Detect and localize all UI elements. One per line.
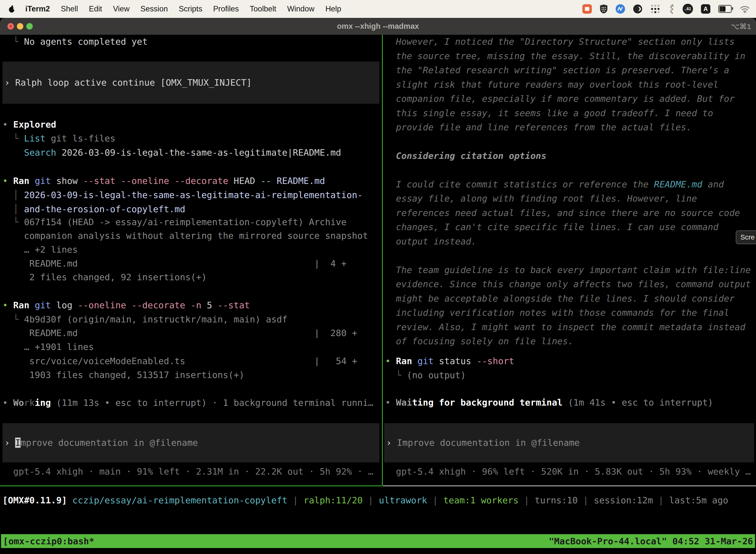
terminal-line: └ 4b9d30f (origin/main, instructkr/main,… <box>2 312 288 327</box>
terminal-line: • Waiting for background terminal (1m 41… <box>385 395 713 410</box>
terminal-line: essay file, along with finding root file… <box>385 191 697 206</box>
menu-session[interactable]: Session <box>140 4 168 13</box>
terminal-line: └ No agents completed yet <box>2 35 147 49</box>
terminal-line: › Ralph loop active continue [OMX_TMUX_I… <box>4 75 252 90</box>
tooltip-text: Scre <box>740 233 755 241</box>
terminal-line: review. Also, I might want to inspect th… <box>385 320 745 334</box>
apple-menu-icon[interactable] <box>8 5 15 13</box>
menu-iterm2[interactable]: iTerm2 <box>25 4 50 13</box>
keyboard-layout-icon[interactable]: A <box>701 4 710 14</box>
terminal-line: including verification notes with those … <box>385 306 729 320</box>
terminal-line: of focusing solely on file lines. <box>385 334 573 348</box>
menu-view[interactable]: View <box>113 4 130 13</box>
terminal-line: gpt-5.4 xhigh · main · 91% left · 2.31M … <box>2 464 374 479</box>
terminal-line: └ 067f154 (HEAD -> essay/ai-reimplementa… <box>2 215 346 229</box>
terminal-line: this single essay, it seems like a good … <box>385 106 713 120</box>
menu-status-icons: ..61 A <box>582 0 750 18</box>
wifi-icon[interactable] <box>740 5 750 13</box>
terminal-line: • Working (11m 13s • esc to interrupt) ·… <box>2 396 374 410</box>
terminal-line: I could cite commit statistics or refere… <box>385 177 724 191</box>
menu-profiles[interactable]: Profiles <box>213 4 239 13</box>
tmux-status-bar: [omx-cczip0:bash* "MacBook-Pro-44.local"… <box>1 534 755 548</box>
left-prompt-input[interactable]: › Improve documentation in @filename <box>2 423 379 462</box>
crescent-app-icon[interactable] <box>633 4 642 14</box>
terminal-line: … +2 lines <box>2 242 78 257</box>
terminal-line: README.md | 280 + <box>2 326 357 340</box>
terminal-line: │ and-the-erosion-of-copyleft.md <box>2 202 185 216</box>
terminal-line: might be acceptable alongside the file l… <box>385 291 735 306</box>
menu-shell[interactable]: Shell <box>61 4 78 13</box>
terminal-line: gpt-5.4 xhigh · 96% left · 520K in · 5.8… <box>385 464 751 479</box>
ticker-badge-icon[interactable]: ..61 <box>683 4 693 14</box>
keyboard-layout-letter: A <box>703 5 708 12</box>
menu-toolbelt[interactable]: Toolbelt <box>250 4 276 13</box>
shield-icon[interactable] <box>600 4 608 14</box>
tmux-host-time: "MacBook-Pro-44.local" 04:52 31-Mar-26 <box>549 536 753 546</box>
right-prompt-input[interactable]: › Improve documentation in @filename <box>384 423 754 462</box>
terminal-line: slight risk that future readers may over… <box>385 77 718 92</box>
ralph-loop-banner: › Ralph loop active continue [OMX_TMUX_I… <box>2 62 379 104</box>
terminal-line: companion analysis without altering the … <box>2 229 368 243</box>
menu-edit[interactable]: Edit <box>89 4 102 13</box>
battery-icon[interactable] <box>718 5 732 13</box>
terminal-line: Search 2026-03-09-is-legal-the-same-as-l… <box>2 146 341 160</box>
tmux-session-label: [omx-cczip0:bash* <box>3 536 94 546</box>
terminal-line: [OMX#0.11.9] cczip/essay/ai-reimplementa… <box>2 493 728 508</box>
terminal-line: The team guideline is to back every impo… <box>385 263 751 277</box>
terminal-line: 2 files changed, 92 insertions(+) <box>2 270 207 284</box>
menu-bar: iTerm2 Shell Edit View Session Scripts P… <box>0 0 756 18</box>
menu-window[interactable]: Window <box>287 4 315 13</box>
terminal-line: └ (no output) <box>385 368 466 383</box>
terminal-line: evidence. Since this change only affects… <box>385 277 751 291</box>
terminal-line: README.md | 4 + <box>2 257 346 271</box>
terminal-line: src/voice/voiceModeEnabled.ts | 54 + <box>2 354 357 368</box>
screen-tooltip: Scre <box>736 230 756 244</box>
dots-grid-icon[interactable] <box>650 4 660 14</box>
terminal-line: • Ran git status --short <box>385 354 514 368</box>
terminal-line: 1903 files changed, 513517 insertions(+) <box>2 368 244 382</box>
terminal-line: › Improve documentation in @filename <box>386 436 580 450</box>
terminal-line: output instead. <box>385 234 477 249</box>
terminal-line: • Ran git log --oneline --decorate -n 5 … <box>2 298 250 313</box>
menu-scripts[interactable]: Scripts <box>179 4 202 13</box>
screen: iTerm2 Shell Edit View Session Scripts P… <box>0 0 756 554</box>
terminal-line: the source tree, missing the essay. Stil… <box>385 49 745 63</box>
terminal-line: • Explored <box>2 117 56 132</box>
chat-app-icon[interactable] <box>582 4 592 14</box>
pane-divider[interactable] <box>382 35 383 486</box>
menu-help[interactable]: Help <box>325 4 341 13</box>
terminal-line: the "Related research writing" section i… <box>385 63 729 77</box>
right-pane-bottom-border <box>383 486 756 486</box>
terminal-line: However, I noticed the "Directory Struct… <box>385 35 735 49</box>
terminal-line: Considering citation options <box>385 149 547 163</box>
terminal-line: changes, I can't cite specific file line… <box>385 220 718 234</box>
left-pane-bottom-border <box>0 486 382 486</box>
zigzag-badge-icon[interactable] <box>616 4 625 14</box>
terminal-line: └ List git ls-files <box>2 131 115 146</box>
terminal-line: references need actual files, and since … <box>385 206 740 220</box>
terminal-line: … +1901 lines <box>2 340 94 354</box>
ticker-badge-text: ..61 <box>685 7 691 11</box>
squiggle-icon[interactable] <box>668 4 675 14</box>
terminal-line: • Ran git show --stat --oneline --decora… <box>2 174 325 188</box>
terminal-line: › Improve documentation in @filename <box>4 436 198 450</box>
terminal-line: provide file and line references from th… <box>385 120 692 134</box>
terminal-content: › Ralph loop active continue [OMX_TMUX_I… <box>0 0 756 554</box>
terminal-line: │ 2026-03-09-is-legal-the-same-as-legiti… <box>2 188 363 202</box>
terminal-line: companion file, especially if more comme… <box>385 92 735 106</box>
